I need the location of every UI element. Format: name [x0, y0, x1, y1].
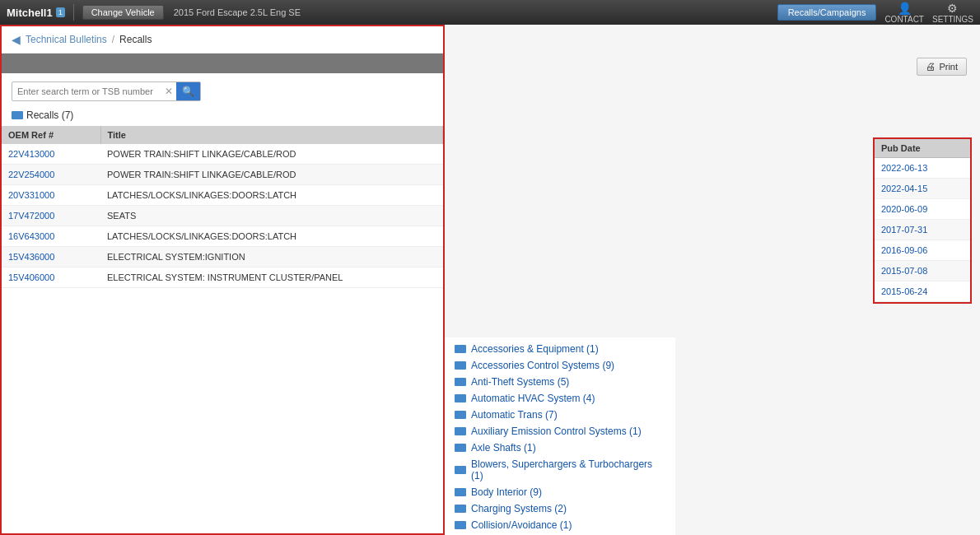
pub-date-header: Pub Date	[875, 139, 970, 158]
sidebar-item-label: Charging Systems (2)	[471, 503, 567, 514]
settings-button[interactable]: ⚙ SETTINGS	[932, 2, 973, 24]
pub-date-row[interactable]: 2020-06-09	[875, 199, 970, 220]
cell-title[interactable]: LATCHES/LOCKS/LINKAGES:DOORS:LATCH	[100, 185, 443, 206]
top-divider	[73, 4, 74, 21]
cell-title[interactable]: ELECTRICAL SYSTEM: INSTRUMENT CLUSTER/PA…	[100, 268, 443, 288]
sidebar-item[interactable]: Accessories Control Systems (9)	[445, 357, 675, 374]
cell-oem[interactable]: 22V413000	[2, 144, 100, 165]
search-box: ✕ 🔍	[12, 81, 201, 101]
sidebar-item-label: Accessories & Equipment (1)	[471, 343, 599, 355]
table-row[interactable]: 17V472000 SEATS	[2, 206, 443, 226]
sidebar-item-label: Collision/Avoidance (1)	[471, 519, 572, 531]
table-row[interactable]: 22V413000 POWER TRAIN:SHIFT LINKAGE/CABL…	[2, 144, 443, 165]
cell-oem[interactable]: 15V406000	[2, 268, 100, 288]
pub-date-row[interactable]: 2015-07-08	[875, 261, 970, 281]
search-clear-icon[interactable]: ✕	[161, 86, 176, 97]
pub-date-rows: 2022-06-132022-04-152020-06-092017-07-31…	[875, 158, 970, 302]
cell-title[interactable]: POWER TRAIN:SHIFT LINKAGE/CABLE/ROD	[100, 165, 443, 185]
sidebar-item[interactable]: Blowers, Superchargers & Turbochargers (…	[445, 456, 675, 484]
logo-badge: 1	[56, 7, 65, 17]
pub-date-row[interactable]: 2017-07-31	[875, 220, 970, 240]
cell-title[interactable]: ELECTRICAL SYSTEM:IGNITION	[100, 247, 443, 268]
cell-oem[interactable]: 22V254000	[2, 165, 100, 185]
breadcrumb-bar: ◀ Technical Bulletins / Recalls	[2, 26, 443, 54]
cell-oem[interactable]: 20V331000	[2, 185, 100, 206]
logo-text: Mitchell1	[7, 7, 53, 19]
sidebar-item[interactable]: Charging Systems (2)	[445, 500, 675, 517]
search-area: ✕ 🔍	[2, 73, 443, 106]
pub-date-row[interactable]: 2016-09-06	[875, 240, 970, 261]
sidebar-item-label: Auxiliary Emission Control Systems (1)	[471, 426, 642, 437]
sidebar-item-label: Accessories Control Systems (9)	[471, 360, 614, 371]
print-label: Print	[939, 62, 958, 72]
cell-oem[interactable]: 15V436000	[2, 247, 100, 268]
pub-date-row[interactable]: 2015-06-24	[875, 281, 970, 302]
sidebar-item-label: Body Interior (9)	[471, 486, 542, 498]
sidebar-item[interactable]: Auxiliary Emission Control Systems (1)	[445, 423, 675, 440]
recalls-tab[interactable]: Recalls (7)	[2, 106, 443, 126]
sidebar-item-icon	[455, 378, 466, 386]
sidebar-item-label: Blowers, Superchargers & Turbochargers (…	[471, 458, 665, 482]
recalls-campaigns-button[interactable]: Recalls/Campaigns	[777, 4, 877, 21]
top-bar: Mitchell1 1 Change Vehicle 2015 Ford Esc…	[0, 0, 980, 25]
sidebar-item-label: Axle Shafts (1)	[471, 442, 536, 454]
pub-date-row[interactable]: 2022-06-13	[875, 158, 970, 179]
cell-oem[interactable]: 17V472000	[2, 206, 100, 226]
cell-title[interactable]: LATCHES/LOCKS/LINKAGES:DOORS:LATCH	[100, 226, 443, 247]
content-area: ◀ Technical Bulletins / Recalls ✕ 🔍 Reca…	[0, 25, 980, 535]
contact-icon: 👤	[884, 2, 924, 15]
cell-oem[interactable]: 16V643000	[2, 226, 100, 247]
sidebar-item[interactable]: Automatic Trans (7)	[445, 407, 675, 423]
search-button[interactable]: 🔍	[176, 82, 200, 100]
sidebar-item-icon	[455, 444, 466, 452]
col-header-oem: OEM Ref #	[2, 126, 100, 144]
recalls-table-container: OEM Ref # Title 22V413000 POWER TRAIN:SH…	[2, 126, 443, 288]
sidebar-item-icon	[455, 411, 466, 419]
sidebar-item-icon	[455, 427, 466, 435]
sidebar-item-icon	[455, 488, 466, 496]
sidebar-item[interactable]: Collision/Avoidance (1)	[445, 517, 675, 533]
table-row[interactable]: 15V436000 ELECTRICAL SYSTEM:IGNITION	[2, 247, 443, 268]
sidebar-items-container: Accessories & Equipment (1) Accessories …	[445, 341, 675, 535]
table-row[interactable]: 16V643000 LATCHES/LOCKS/LINKAGES:DOORS:L…	[2, 226, 443, 247]
print-icon: 🖨	[926, 61, 936, 72]
breadcrumb-link-technical-bulletins[interactable]: Technical Bulletins	[26, 34, 107, 45]
sidebar-item-icon	[455, 521, 466, 529]
sidebar-item-icon	[455, 361, 466, 370]
sidebar-item[interactable]: Body Interior (9)	[445, 484, 675, 500]
sidebar-item[interactable]: Accessories & Equipment (1)	[445, 341, 675, 357]
pub-date-box: Pub Date 2022-06-132022-04-152020-06-092…	[873, 137, 972, 304]
table-row[interactable]: 20V331000 LATCHES/LOCKS/LINKAGES:DOORS:L…	[2, 185, 443, 206]
cell-title[interactable]: POWER TRAIN:SHIFT LINKAGE/CABLE/ROD	[100, 144, 443, 165]
settings-label: SETTINGS	[932, 15, 973, 24]
sidebar-item[interactable]: Automatic HVAC System (4)	[445, 390, 675, 407]
left-panel: ◀ Technical Bulletins / Recalls ✕ 🔍 Reca…	[0, 25, 445, 535]
top-right-controls: Recalls/Campaigns 👤 CONTACT ⚙ SETTINGS	[777, 2, 973, 24]
back-arrow-icon[interactable]: ◀	[12, 33, 21, 46]
sidebar-item[interactable]: Axle Shafts (1)	[445, 440, 675, 456]
contact-label: CONTACT	[884, 15, 924, 24]
breadcrumb-current: Recalls	[119, 34, 152, 45]
sidebar-item-label: Automatic Trans (7)	[471, 409, 558, 421]
sidebar-item-icon	[455, 466, 466, 474]
recalls-tab-label: Recalls (7)	[26, 109, 73, 121]
table-row[interactable]: 15V406000 ELECTRICAL SYSTEM: INSTRUMENT …	[2, 268, 443, 288]
contact-button[interactable]: 👤 CONTACT	[884, 2, 924, 24]
settings-icon: ⚙	[932, 2, 973, 15]
cell-title[interactable]: SEATS	[100, 206, 443, 226]
change-vehicle-button[interactable]: Change Vehicle	[82, 5, 164, 20]
logo-area: Mitchell1 1	[7, 7, 65, 19]
pub-date-row[interactable]: 2022-04-15	[875, 179, 970, 199]
table-row[interactable]: 22V254000 POWER TRAIN:SHIFT LINKAGE/CABL…	[2, 165, 443, 185]
vehicle-label: 2015 Ford Escape 2.5L Eng SE	[174, 7, 301, 17]
sidebar-item-icon	[455, 505, 466, 513]
gray-header-bar	[2, 54, 443, 73]
print-button-area: 🖨 Print	[917, 58, 967, 76]
sidebar-item-icon	[455, 394, 466, 402]
search-input[interactable]	[12, 83, 161, 100]
sidebar-item-label: Automatic HVAC System (4)	[471, 393, 595, 404]
print-button[interactable]: 🖨 Print	[917, 58, 967, 76]
col-header-title: Title	[100, 126, 443, 144]
sidebar-item[interactable]: Anti-Theft Systems (5)	[445, 374, 675, 390]
right-panel: 🖨 Print Pub Date 2022-06-132022-04-15202…	[445, 25, 980, 535]
